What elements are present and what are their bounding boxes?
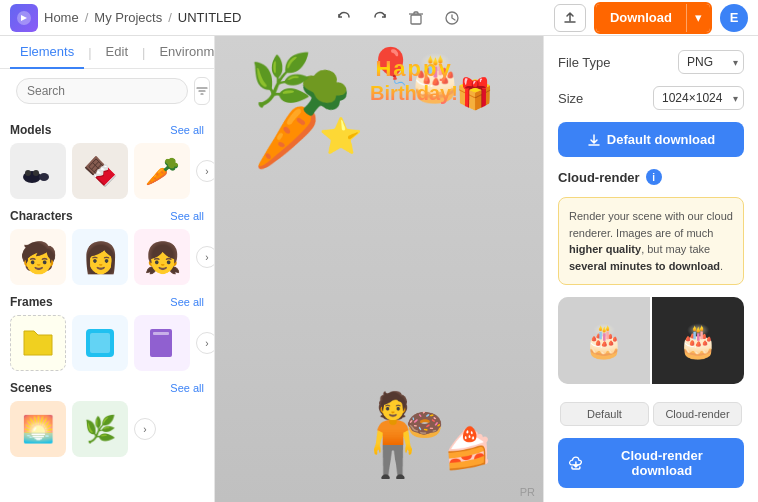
header-actions [330, 4, 466, 32]
tab-sep2: | [140, 36, 147, 68]
search-bar [10, 77, 204, 105]
size-select-wrapper: 1024×1024 512×512 2048×2048 4096×4096 [653, 86, 744, 110]
frames-title: Frames [10, 295, 53, 309]
cloud-notice: Render your scene with our cloud rendere… [558, 197, 744, 285]
undo-icon [336, 10, 352, 26]
frames-row: › [10, 315, 204, 371]
svg-rect-1 [411, 15, 421, 24]
preview-divider [650, 297, 652, 384]
scene-donut: 🍩 [406, 407, 443, 442]
models-next-button[interactable]: › [196, 160, 214, 182]
cloud-render-header: Cloud-render i [558, 169, 744, 185]
size-select[interactable]: 1024×1024 512×512 2048×2048 4096×4096 [653, 86, 744, 110]
size-label: Size [558, 91, 583, 106]
file-type-select[interactable]: PNG JPG WEBP SVG [678, 50, 744, 74]
characters-section-header: Characters See all [10, 209, 204, 223]
breadcrumb-home[interactable]: Home [44, 10, 79, 25]
canvas-scene: 🥕 🌿 🧍 🎂 🎈 🎁 🍰 🍩 ⭐ Happy Birthday! [215, 36, 543, 502]
undo-button[interactable] [330, 4, 358, 32]
upload-button[interactable] [554, 4, 586, 32]
list-item[interactable]: 🥕 [134, 143, 190, 199]
list-item[interactable] [134, 315, 190, 371]
preview-cloud-button[interactable]: Cloud-render [653, 402, 742, 426]
breadcrumb-projects[interactable]: My Projects [94, 10, 162, 25]
characters-see-all[interactable]: See all [170, 210, 204, 222]
frames-see-all[interactable]: See all [170, 296, 204, 308]
preview-cloud-side: 🎂 [652, 297, 744, 384]
avatar-button[interactable]: E [720, 4, 748, 32]
list-item[interactable]: 👧 [134, 229, 190, 285]
preview-comparison: 🎂 🎂 [558, 297, 744, 384]
list-item[interactable] [72, 315, 128, 371]
scene-title: Happy Birthday! [345, 56, 483, 105]
tab-sep1: | [86, 36, 93, 68]
download-button[interactable]: Download [596, 4, 686, 32]
breadcrumb-sep1: / [85, 10, 89, 25]
redo-button[interactable] [366, 4, 394, 32]
frames-next-button[interactable]: › [196, 332, 214, 354]
search-input[interactable] [16, 78, 188, 104]
preview-labels: Default Cloud-render [558, 402, 744, 426]
canvas-area[interactable]: 🥕 🌿 🧍 🎂 🎈 🎁 🍰 🍩 ⭐ Happy Birthday! PR [215, 36, 543, 502]
header: Home / My Projects / UNTITLED Download ▾… [0, 0, 758, 36]
sidebar-tabs: Elements | Edit | Environment [0, 36, 214, 69]
trash-icon [408, 10, 424, 26]
breadcrumb-sep2: / [168, 10, 172, 25]
scenes-see-all[interactable]: See all [170, 382, 204, 394]
list-item[interactable]: 🌅 [10, 401, 66, 457]
svg-rect-15 [90, 333, 110, 353]
watermark: PR [520, 486, 535, 498]
list-item[interactable]: 🍫 [72, 143, 128, 199]
sidebar-content: Models See all 🍫 🥕 › Characters See all [0, 113, 214, 502]
tab-environment[interactable]: Environment [149, 36, 215, 69]
download-dropdown-button[interactable]: ▾ [686, 4, 710, 32]
svg-point-12 [33, 170, 39, 176]
cloud-render-label-text: Cloud-render [558, 170, 640, 185]
download-btn-group: Download ▾ [594, 2, 712, 34]
characters-next-button[interactable]: › [196, 246, 214, 268]
scene-star: ⭐ [319, 116, 363, 157]
app-logo [10, 4, 38, 32]
scene-cake: 🍰 [443, 425, 493, 472]
breadcrumb: Home / My Projects / UNTITLED [10, 4, 241, 32]
characters-title: Characters [10, 209, 73, 223]
cloud-download-label: Cloud-render download [590, 448, 734, 478]
delete-button[interactable] [402, 4, 430, 32]
scenes-title: Scenes [10, 381, 52, 395]
models-title: Models [10, 123, 51, 137]
list-item[interactable]: 🌿 [72, 401, 128, 457]
scene-leaves: 🌿 [250, 51, 312, 109]
scenes-section-header: Scenes See all [10, 381, 204, 395]
upload-icon [563, 11, 577, 25]
filter-button[interactable] [194, 77, 210, 105]
redo-icon [372, 10, 388, 26]
list-item[interactable] [10, 143, 66, 199]
models-section-header: Models See all [10, 123, 204, 137]
breadcrumb-current: UNTITLED [178, 10, 242, 25]
chevron-down-icon: ▾ [695, 10, 702, 25]
list-item[interactable]: 👩 [72, 229, 128, 285]
list-item[interactable]: 🧒 [10, 229, 66, 285]
size-row: Size 1024×1024 512×512 2048×2048 4096×40… [558, 86, 744, 110]
tab-elements[interactable]: Elements [10, 36, 84, 69]
cloud-download-icon [568, 455, 584, 471]
filter-icon [195, 84, 209, 98]
list-item[interactable] [10, 315, 66, 371]
characters-row: 🧒 👩 👧 › [10, 229, 204, 285]
file-type-row: File Type PNG JPG WEBP SVG [558, 50, 744, 74]
svg-rect-17 [153, 332, 169, 335]
main-layout: Elements | Edit | Environment Models See… [0, 36, 758, 502]
cloud-info-icon[interactable]: i [646, 169, 662, 185]
tab-edit[interactable]: Edit [96, 36, 138, 69]
svg-point-11 [25, 170, 31, 176]
right-panel: File Type PNG JPG WEBP SVG Size 1024×102… [543, 36, 758, 502]
preview-default-button[interactable]: Default [560, 402, 649, 426]
svg-point-10 [39, 173, 49, 181]
history-button[interactable] [438, 4, 466, 32]
scenes-next-button[interactable]: › [134, 418, 156, 440]
cloud-download-button[interactable]: Cloud-render download [558, 438, 744, 488]
default-download-button[interactable]: Default download [558, 122, 744, 157]
models-see-all[interactable]: See all [170, 124, 204, 136]
header-right: Download ▾ E [554, 2, 748, 34]
left-sidebar: Elements | Edit | Environment Models See… [0, 36, 215, 502]
